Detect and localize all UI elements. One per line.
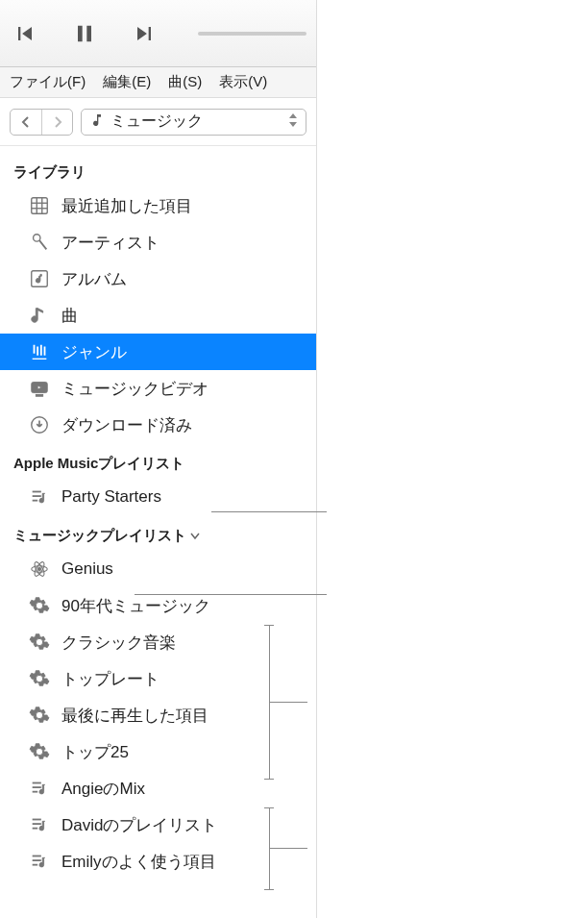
sidebar-item-label: Party Starters [61, 487, 161, 507]
menubar: ファイル(F) 編集(E) 曲(S) 表示(V) [0, 67, 316, 98]
sidebar-item[interactable]: ミュージックビデオ [0, 370, 316, 407]
annotation-line [135, 594, 327, 595]
annotation-line [211, 511, 327, 512]
sidebar-item-label: Genius [61, 559, 113, 579]
annotation-line [264, 807, 274, 808]
next-button[interactable] [129, 18, 159, 49]
sidebar-item-label: トップレート [61, 668, 159, 690]
sidebar-item[interactable]: アーティスト [0, 224, 316, 261]
annotation-line [269, 702, 307, 703]
volume-slider[interactable] [198, 32, 306, 36]
player-bar [0, 0, 316, 67]
annotation-line [264, 889, 274, 890]
menu-file[interactable]: ファイル(F) [4, 69, 91, 95]
forward-button[interactable] [41, 110, 72, 135]
sidebar-item-label: 曲 [61, 305, 78, 327]
playlist-icon [29, 486, 50, 508]
svg-rect-10 [36, 394, 42, 396]
sidebar-item-label: 90年代ミュージック [61, 595, 210, 617]
previous-button[interactable] [10, 18, 40, 49]
sidebar-item-label: ジャンル [61, 341, 127, 363]
note-icon [29, 305, 50, 326]
category-dropdown[interactable]: ミュージック [81, 109, 306, 136]
album-icon [29, 268, 50, 289]
playlist-icon [29, 778, 50, 799]
playlist-icon [29, 814, 50, 835]
gear-icon [29, 741, 50, 762]
menu-edit[interactable]: 編集(E) [97, 69, 157, 95]
sidebar-item[interactable]: Genius [0, 551, 316, 587]
svg-line-6 [39, 240, 46, 249]
sidebar-item[interactable]: Party Starters [0, 479, 316, 515]
gear-icon [29, 595, 50, 616]
sidebar-item[interactable]: ジャンル [0, 334, 316, 370]
svg-point-15 [37, 567, 41, 571]
sidebar-item-label: ダウンロード済み [61, 414, 192, 436]
playlist-icon [29, 851, 50, 872]
section-header-apple-music: Apple Musicプレイリスト [0, 443, 316, 479]
svg-rect-0 [32, 198, 48, 214]
section-header-library: ライブラリ [0, 152, 316, 187]
genius-icon [29, 558, 50, 580]
sidebar-item[interactable]: 90年代ミュージック [0, 587, 316, 624]
gear-icon [29, 632, 50, 653]
chevron-down-icon [190, 531, 200, 542]
gear-icon [29, 705, 50, 726]
annotation-line [264, 779, 274, 780]
menu-view[interactable]: 表示(V) [213, 69, 273, 95]
download-icon [29, 414, 50, 435]
sidebar-item-label: トップ25 [61, 741, 129, 763]
nav-toolbar: ミュージック [0, 98, 316, 146]
sidebar-item-label: AngieのMix [61, 778, 145, 800]
back-button[interactable] [11, 110, 41, 135]
sidebar-item-label: アルバム [61, 268, 127, 290]
sidebar-item[interactable]: 最近追加した項目 [0, 187, 316, 224]
sidebar-item-label: アーティスト [61, 232, 159, 254]
sidebar: ライブラリ 最近追加した項目アーティストアルバム曲ジャンルミュージックビデオダウ… [0, 146, 316, 918]
section-label: ライブラリ [13, 163, 86, 182]
sidebar-item-label: 最後に再生した項目 [61, 705, 208, 727]
annotation-line [269, 848, 307, 849]
svg-point-5 [34, 235, 40, 241]
sidebar-item-label: 最近追加した項目 [61, 195, 192, 217]
annotation-line [264, 625, 274, 626]
play-pause-button[interactable] [69, 18, 100, 49]
category-label: ミュージック [110, 112, 203, 132]
app-window: ファイル(F) 編集(E) 曲(S) 表示(V) ミュージック ライブラリ [0, 0, 317, 918]
grid-icon [29, 195, 50, 216]
sidebar-item-label: Emilyのよく使う項目 [61, 851, 216, 873]
nav-buttons [10, 109, 73, 136]
genre-icon [29, 341, 50, 362]
sidebar-item[interactable]: ダウンロード済み [0, 407, 316, 443]
music-note-icon [89, 112, 105, 132]
mic-icon [29, 232, 50, 253]
gear-icon [29, 668, 50, 689]
sidebar-item-label: Davidのプレイリスト [61, 814, 217, 836]
sidebar-item[interactable]: アルバム [0, 261, 316, 297]
section-label: ミュージックプレイリスト [13, 527, 186, 545]
menu-song[interactable]: 曲(S) [162, 69, 208, 95]
section-label: Apple Musicプレイリスト [13, 455, 184, 473]
updown-icon [288, 113, 298, 130]
video-icon [29, 378, 50, 399]
sidebar-item-label: ミュージックビデオ [61, 378, 208, 400]
sidebar-item[interactable]: 曲 [0, 297, 316, 334]
sidebar-item-label: クラシック音楽 [61, 632, 176, 654]
section-header-music-playlists[interactable]: ミュージックプレイリスト [0, 515, 316, 551]
